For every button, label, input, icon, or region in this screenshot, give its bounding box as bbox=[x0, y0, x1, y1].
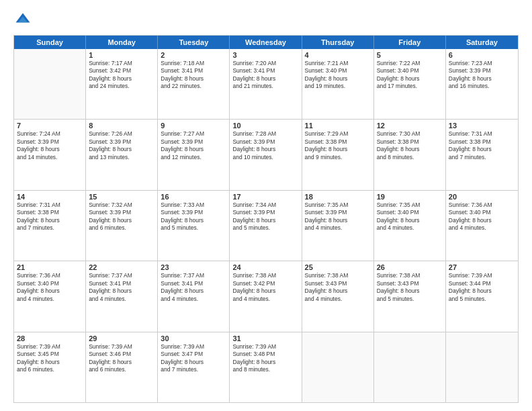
cell-details: Sunrise: 7:17 AMSunset: 3:42 PMDaylight:… bbox=[89, 60, 154, 91]
cell-details: Sunrise: 7:31 AMSunset: 3:38 PMDaylight:… bbox=[17, 201, 83, 232]
day-number: 6 bbox=[449, 51, 515, 59]
cell-details: Sunrise: 7:39 AMSunset: 3:45 PMDaylight:… bbox=[17, 343, 83, 374]
day-number: 12 bbox=[377, 122, 443, 130]
cell-details: Sunrise: 7:22 AMSunset: 3:40 PMDaylight:… bbox=[377, 60, 443, 91]
cell-details: Sunrise: 7:39 AMSunset: 3:47 PMDaylight:… bbox=[161, 343, 226, 374]
calendar-cell-r3c3: 24Sunrise: 7:38 AMSunset: 3:42 PMDayligh… bbox=[230, 261, 302, 331]
day-number: 17 bbox=[232, 193, 298, 201]
cell-details: Sunrise: 7:29 AMSunset: 3:38 PMDaylight:… bbox=[305, 130, 371, 161]
cell-details: Sunrise: 7:39 AMSunset: 3:48 PMDaylight:… bbox=[232, 343, 298, 374]
page: SundayMondayTuesdayWednesdayThursdayFrid… bbox=[0, 0, 532, 411]
cell-details: Sunrise: 7:35 AMSunset: 3:40 PMDaylight:… bbox=[377, 201, 443, 232]
cell-details: Sunrise: 7:34 AMSunset: 3:39 PMDaylight:… bbox=[232, 201, 298, 232]
calendar-cell-r1c0: 7Sunrise: 7:24 AMSunset: 3:39 PMDaylight… bbox=[14, 120, 86, 189]
cell-details: Sunrise: 7:24 AMSunset: 3:39 PMDaylight:… bbox=[17, 130, 83, 161]
calendar-cell-r0c1: 1Sunrise: 7:17 AMSunset: 3:42 PMDaylight… bbox=[86, 49, 158, 119]
cell-details: Sunrise: 7:31 AMSunset: 3:38 PMDaylight:… bbox=[449, 130, 515, 161]
calendar-cell-r2c6: 20Sunrise: 7:36 AMSunset: 3:40 PMDayligh… bbox=[446, 191, 518, 261]
cell-details: Sunrise: 7:37 AMSunset: 3:41 PMDaylight:… bbox=[89, 272, 154, 303]
calendar-cell-r2c5: 19Sunrise: 7:35 AMSunset: 3:40 PMDayligh… bbox=[374, 191, 446, 261]
cell-details: Sunrise: 7:32 AMSunset: 3:39 PMDaylight:… bbox=[89, 201, 154, 232]
cell-details: Sunrise: 7:39 AMSunset: 3:44 PMDaylight:… bbox=[449, 272, 515, 303]
day-number: 20 bbox=[449, 193, 515, 201]
calendar-cell-r4c2: 30Sunrise: 7:39 AMSunset: 3:47 PMDayligh… bbox=[158, 332, 230, 402]
weekday-header-thursday: Thursday bbox=[302, 36, 374, 49]
day-number: 9 bbox=[161, 122, 226, 130]
day-number: 5 bbox=[377, 51, 443, 59]
cell-details: Sunrise: 7:38 AMSunset: 3:42 PMDaylight:… bbox=[232, 272, 298, 303]
day-number: 29 bbox=[89, 334, 154, 342]
cell-details: Sunrise: 7:26 AMSunset: 3:39 PMDaylight:… bbox=[89, 130, 154, 161]
day-number: 24 bbox=[232, 263, 298, 271]
cell-details: Sunrise: 7:28 AMSunset: 3:39 PMDaylight:… bbox=[232, 130, 298, 161]
calendar-cell-r1c4: 11Sunrise: 7:29 AMSunset: 3:38 PMDayligh… bbox=[302, 120, 374, 189]
day-number: 14 bbox=[17, 193, 83, 201]
calendar-cell-r2c2: 16Sunrise: 7:33 AMSunset: 3:39 PMDayligh… bbox=[158, 191, 230, 261]
cell-details: Sunrise: 7:30 AMSunset: 3:38 PMDaylight:… bbox=[377, 130, 443, 161]
cell-details: Sunrise: 7:21 AMSunset: 3:40 PMDaylight:… bbox=[305, 60, 371, 91]
calendar-cell-r3c0: 21Sunrise: 7:36 AMSunset: 3:40 PMDayligh… bbox=[14, 261, 86, 331]
calendar-cell-r0c2: 2Sunrise: 7:18 AMSunset: 3:41 PMDaylight… bbox=[158, 49, 230, 119]
day-number: 26 bbox=[377, 263, 443, 271]
day-number: 13 bbox=[449, 122, 515, 130]
calendar-cell-r2c1: 15Sunrise: 7:32 AMSunset: 3:39 PMDayligh… bbox=[86, 191, 158, 261]
header bbox=[13, 11, 519, 30]
day-number: 28 bbox=[17, 334, 83, 342]
calendar-cell-r1c1: 8Sunrise: 7:26 AMSunset: 3:39 PMDaylight… bbox=[86, 120, 158, 189]
cell-details: Sunrise: 7:37 AMSunset: 3:41 PMDaylight:… bbox=[161, 272, 226, 303]
calendar-cell-r1c3: 10Sunrise: 7:28 AMSunset: 3:39 PMDayligh… bbox=[230, 120, 302, 189]
calendar-row-1: 1Sunrise: 7:17 AMSunset: 3:42 PMDaylight… bbox=[14, 49, 518, 120]
calendar-cell-r4c0: 28Sunrise: 7:39 AMSunset: 3:45 PMDayligh… bbox=[14, 332, 86, 402]
calendar-cell-r3c6: 27Sunrise: 7:39 AMSunset: 3:44 PMDayligh… bbox=[446, 261, 518, 331]
day-number: 4 bbox=[305, 51, 371, 59]
calendar-cell-r0c6: 6Sunrise: 7:23 AMSunset: 3:39 PMDaylight… bbox=[446, 49, 518, 119]
day-number: 7 bbox=[17, 122, 83, 130]
day-number: 2 bbox=[161, 51, 226, 59]
day-number: 15 bbox=[89, 193, 154, 201]
cell-details: Sunrise: 7:36 AMSunset: 3:40 PMDaylight:… bbox=[17, 272, 83, 303]
day-number: 3 bbox=[232, 51, 298, 59]
weekday-header-monday: Monday bbox=[86, 36, 158, 49]
calendar-cell-r1c6: 13Sunrise: 7:31 AMSunset: 3:38 PMDayligh… bbox=[446, 120, 518, 189]
day-number: 22 bbox=[89, 263, 154, 271]
calendar-cell-r0c0 bbox=[14, 49, 86, 119]
calendar-cell-r4c5 bbox=[374, 332, 446, 402]
day-number: 21 bbox=[17, 263, 83, 271]
weekday-header-tuesday: Tuesday bbox=[158, 36, 230, 49]
logo-icon bbox=[13, 11, 32, 30]
calendar: SundayMondayTuesdayWednesdayThursdayFrid… bbox=[13, 35, 519, 403]
day-number: 30 bbox=[161, 334, 226, 342]
weekday-header-saturday: Saturday bbox=[446, 36, 518, 49]
cell-details: Sunrise: 7:33 AMSunset: 3:39 PMDaylight:… bbox=[161, 201, 226, 232]
cell-details: Sunrise: 7:18 AMSunset: 3:41 PMDaylight:… bbox=[161, 60, 226, 91]
day-number: 19 bbox=[377, 193, 443, 201]
calendar-cell-r0c4: 4Sunrise: 7:21 AMSunset: 3:40 PMDaylight… bbox=[302, 49, 374, 119]
weekday-header-friday: Friday bbox=[374, 36, 446, 49]
calendar-header: SundayMondayTuesdayWednesdayThursdayFrid… bbox=[14, 36, 518, 49]
calendar-cell-r2c3: 17Sunrise: 7:34 AMSunset: 3:39 PMDayligh… bbox=[230, 191, 302, 261]
day-number: 31 bbox=[232, 334, 298, 342]
day-number: 11 bbox=[305, 122, 371, 130]
calendar-cell-r4c1: 29Sunrise: 7:39 AMSunset: 3:46 PMDayligh… bbox=[86, 332, 158, 402]
calendar-cell-r4c3: 31Sunrise: 7:39 AMSunset: 3:48 PMDayligh… bbox=[230, 332, 302, 402]
day-number: 27 bbox=[449, 263, 515, 271]
day-number: 1 bbox=[89, 51, 154, 59]
day-number: 10 bbox=[232, 122, 298, 130]
calendar-cell-r3c4: 25Sunrise: 7:38 AMSunset: 3:43 PMDayligh… bbox=[302, 261, 374, 331]
cell-details: Sunrise: 7:23 AMSunset: 3:39 PMDaylight:… bbox=[449, 60, 515, 91]
calendar-row-3: 14Sunrise: 7:31 AMSunset: 3:38 PMDayligh… bbox=[14, 191, 518, 261]
weekday-header-sunday: Sunday bbox=[14, 36, 86, 49]
calendar-cell-r3c2: 23Sunrise: 7:37 AMSunset: 3:41 PMDayligh… bbox=[158, 261, 230, 331]
cell-details: Sunrise: 7:38 AMSunset: 3:43 PMDaylight:… bbox=[305, 272, 371, 303]
calendar-cell-r0c3: 3Sunrise: 7:20 AMSunset: 3:41 PMDaylight… bbox=[230, 49, 302, 119]
cell-details: Sunrise: 7:27 AMSunset: 3:39 PMDaylight:… bbox=[161, 130, 226, 161]
calendar-cell-r0c5: 5Sunrise: 7:22 AMSunset: 3:40 PMDaylight… bbox=[374, 49, 446, 119]
weekday-header-wednesday: Wednesday bbox=[230, 36, 302, 49]
calendar-cell-r2c4: 18Sunrise: 7:35 AMSunset: 3:39 PMDayligh… bbox=[302, 191, 374, 261]
day-number: 8 bbox=[89, 122, 154, 130]
cell-details: Sunrise: 7:36 AMSunset: 3:40 PMDaylight:… bbox=[449, 201, 515, 232]
cell-details: Sunrise: 7:38 AMSunset: 3:43 PMDaylight:… bbox=[377, 272, 443, 303]
day-number: 25 bbox=[305, 263, 371, 271]
calendar-cell-r3c5: 26Sunrise: 7:38 AMSunset: 3:43 PMDayligh… bbox=[374, 261, 446, 331]
day-number: 18 bbox=[305, 193, 371, 201]
